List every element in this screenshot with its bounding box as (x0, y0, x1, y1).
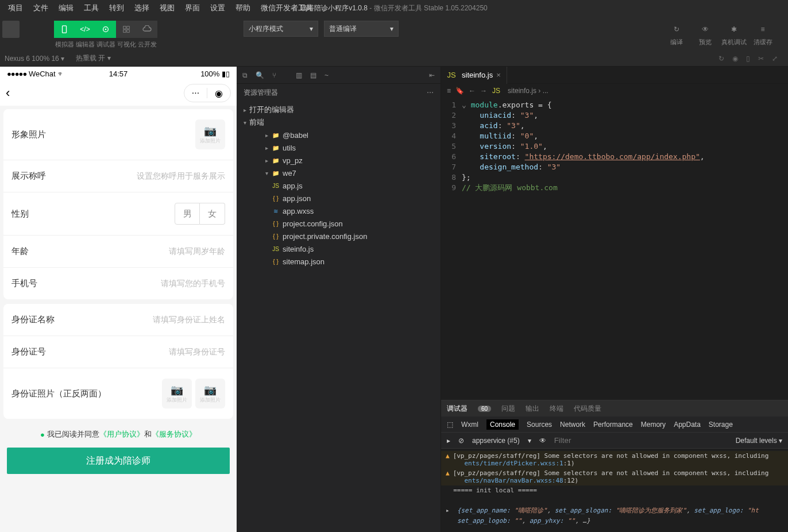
inspect-icon[interactable]: ⬚ (447, 421, 453, 429)
menu-project[interactable]: 项目 (3, 1, 28, 16)
add-photo-button[interactable]: 📷添加照片 (195, 119, 225, 149)
files-icon[interactable]: ⧉ (242, 71, 248, 79)
cloud-button[interactable] (137, 21, 157, 38)
filter-input[interactable] (554, 436, 669, 445)
expand-icon[interactable]: ⤢ (772, 55, 778, 63)
menu-devtools[interactable]: 微信开发者工具 (256, 1, 318, 16)
compile-dropdown[interactable]: 普通编译▾ (324, 21, 399, 37)
cut-icon[interactable]: ✂ (758, 55, 764, 63)
tree-item-app-json[interactable]: { }app.json (237, 192, 441, 205)
menu-goto[interactable]: 转到 (105, 1, 129, 16)
performance-subtab[interactable]: Performance (593, 421, 633, 429)
network-subtab[interactable]: Network (560, 421, 585, 429)
back-icon[interactable]: ‹ (6, 86, 10, 101)
tree-item-sitemap-json[interactable]: { }sitemap.json (237, 255, 441, 268)
appdata-subtab[interactable]: AppData (674, 421, 701, 429)
terminal-icon[interactable]: ~ (325, 71, 329, 79)
sources-subtab[interactable]: Sources (527, 421, 552, 429)
mode-dropdown[interactable]: 小程序模式▾ (244, 21, 318, 37)
debugger-label: 调试器 (95, 40, 116, 49)
device-dropdown[interactable]: Nexus 6 100% 16 ▾ (5, 55, 64, 63)
gender-female-button[interactable]: 女 (200, 203, 225, 225)
age-input[interactable]: 请填写周岁年龄 (169, 246, 225, 257)
editor-tab[interactable]: JS siteinfo.js × (441, 67, 507, 84)
console-subtab[interactable]: Console (486, 419, 519, 430)
problems-tab[interactable]: 问题 (501, 404, 515, 414)
menu-view[interactable]: 视图 (155, 1, 179, 16)
appservice-dropdown[interactable]: appservice (#5) (472, 437, 520, 445)
compile-button[interactable]: ↻ (674, 21, 679, 38)
debugger-tab[interactable]: 调试器 (447, 404, 468, 414)
user-agreement-link[interactable]: 《用户协议》 (99, 429, 144, 440)
nav-back-icon[interactable]: ← (469, 87, 476, 95)
open-editors-section[interactable]: ▸打开的编辑器 (237, 103, 441, 116)
wxml-subtab[interactable]: Wxml (461, 421, 478, 429)
clear-icon[interactable]: ⊘ (458, 437, 464, 445)
search-icon[interactable]: 🔍 (256, 71, 264, 79)
menu-settings[interactable]: 设置 (206, 1, 230, 16)
svg-rect-3 (123, 26, 126, 29)
collapse-icon[interactable]: ⇤ (429, 71, 435, 79)
tree-item-@babel[interactable]: ▸📁@babel (237, 129, 441, 141)
tree-item-project-config-json[interactable]: { }project.config.json (237, 217, 441, 230)
menu-dots-icon[interactable]: ··· (184, 88, 207, 98)
refresh-icon[interactable]: ↻ (719, 55, 724, 63)
layout-icon[interactable]: ▥ (296, 71, 302, 79)
clear-cache-button[interactable]: ≡ (760, 21, 764, 38)
root-section[interactable]: ▾前端 (237, 116, 441, 129)
eye-icon[interactable]: 👁 (539, 437, 546, 445)
levels-dropdown[interactable]: Default levels ▾ (736, 437, 782, 445)
storage-subtab[interactable]: Storage (709, 421, 733, 429)
tree-item-app-js[interactable]: JSapp.js (237, 179, 441, 192)
menu-file[interactable]: 文件 (29, 1, 53, 16)
simulator-button[interactable] (54, 21, 75, 38)
bookmark-icon[interactable]: 🔖 (455, 87, 464, 95)
record-icon[interactable]: ◉ (732, 55, 738, 63)
service-agreement-link[interactable]: 《服务协议》 (152, 429, 196, 440)
branch-icon[interactable]: ⑂ (272, 71, 276, 79)
phone-input[interactable]: 请填写您的手机号 (161, 279, 225, 289)
idname-input[interactable]: 请填写身份证上姓名 (153, 315, 225, 325)
nickname-input[interactable]: 设置您称呼用于服务展示 (137, 171, 225, 182)
codequality-tab[interactable]: 代码质量 (574, 404, 601, 414)
idno-input[interactable]: 请填写身份证号 (169, 347, 225, 357)
tree-item-we7[interactable]: ▾📁we7 (237, 167, 441, 179)
preview-button[interactable]: 👁 (702, 21, 709, 38)
check-icon[interactable]: ● (40, 430, 45, 439)
avatar[interactable] (2, 21, 20, 38)
close-icon[interactable]: × (496, 71, 501, 79)
menu-help[interactable]: 帮助 (231, 1, 255, 16)
menu-select[interactable]: 选择 (130, 1, 154, 16)
hotreload-dropdown[interactable]: 热重载 开 ▾ (76, 53, 111, 63)
submit-button[interactable]: 注册成为陪诊师 (7, 448, 230, 474)
gender-male-button[interactable]: 男 (175, 203, 200, 225)
target-icon[interactable]: ◉ (207, 88, 230, 99)
menu-edit[interactable]: 编辑 (54, 1, 78, 16)
device-icon[interactable]: ▯ (746, 55, 750, 63)
play-icon[interactable]: ▸ (447, 437, 450, 445)
tree-item-vp_pz[interactable]: ▸📁vp_pz (237, 154, 441, 167)
output-tab[interactable]: 输出 (526, 404, 539, 414)
tree-item-siteinfo-js[interactable]: JSsiteinfo.js (237, 242, 441, 255)
code-editor[interactable]: 123456789 ⌄ module.exports = { uniacid: … (441, 98, 788, 400)
photo-label: 形象照片 (11, 129, 46, 140)
memory-subtab[interactable]: Memory (641, 421, 666, 429)
menu-surface[interactable]: 界面 (180, 1, 204, 16)
tree-item-utils[interactable]: ▸📁utils (237, 141, 441, 154)
remote-debug-button[interactable]: ✱ (731, 21, 737, 38)
visual-button[interactable] (116, 21, 137, 38)
more-icon[interactable]: ⋯ (427, 88, 434, 97)
terminal-tab[interactable]: 终端 (550, 404, 563, 414)
split-icon[interactable]: ▤ (310, 71, 316, 79)
idphoto-front-button[interactable]: 📷添加照片 (162, 379, 192, 408)
agreement-row: ● 我已阅读并同意 《用户协议》 和 《服务协议》 (3, 423, 233, 445)
console-output[interactable]: ▲[vp_pz/pages/staff/reg] Some selectors … (441, 449, 788, 528)
list-icon[interactable]: ≡ (447, 87, 451, 95)
tree-item-app-wxss[interactable]: ≋app.wxss (237, 205, 441, 217)
debugger-button[interactable] (95, 21, 116, 38)
menu-tools[interactable]: 工具 (79, 1, 103, 16)
tree-item-project-private-config-json[interactable]: { }project.private.config.json (237, 230, 441, 242)
nav-fwd-icon[interactable]: → (480, 87, 487, 95)
editor-button[interactable]: </> (75, 21, 95, 38)
idphoto-back-button[interactable]: 📷添加照片 (195, 379, 225, 408)
